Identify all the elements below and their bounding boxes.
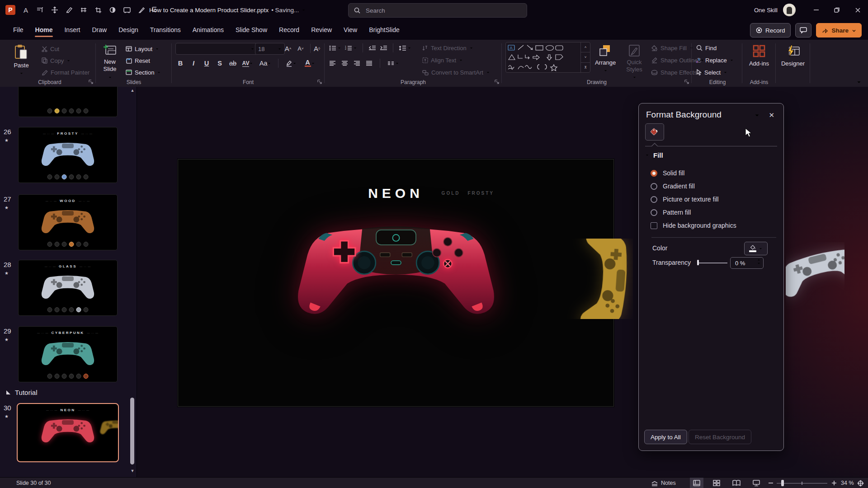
zoom-slider[interactable] <box>777 478 827 488</box>
tab-review[interactable]: Review <box>305 20 338 40</box>
shapes-scroll-down-icon[interactable]: ˅ <box>581 52 590 62</box>
new-slide-button[interactable]: New Slide <box>97 41 123 80</box>
addins-button[interactable]: Add-ins <box>745 41 773 80</box>
transparency-value-box[interactable]: 0 % <box>730 257 764 269</box>
tab-transitions[interactable]: Transitions <box>144 20 187 40</box>
reset-button[interactable]: Reset <box>126 55 150 66</box>
notes-toggle[interactable]: Notes <box>651 478 676 488</box>
font-color-button[interactable]: A <box>302 58 317 69</box>
tab-slide-show[interactable]: Slide Show <box>230 20 273 40</box>
align-left-button[interactable] <box>329 61 336 66</box>
scroll-up-icon[interactable]: ▲ <box>130 88 135 93</box>
crop-icon[interactable] <box>94 6 102 14</box>
collapse-ribbon-button[interactable] <box>856 80 862 85</box>
replace-button[interactable]: bc Replace <box>696 55 734 66</box>
normal-view-button[interactable] <box>690 478 703 488</box>
panel-close-icon[interactable]: ✕ <box>769 111 774 119</box>
panel-collapse-icon[interactable] <box>754 113 760 118</box>
minimize-button[interactable] <box>806 0 826 20</box>
paragraph-dialog-launcher[interactable] <box>494 79 500 84</box>
record-button[interactable]: Record <box>750 23 791 38</box>
align-center-button[interactable] <box>341 61 348 66</box>
font-name-combo[interactable] <box>175 43 258 55</box>
shapes-gallery[interactable]: A ˄ ˅ ⊼ <box>505 42 590 73</box>
powerpoint-app-icon[interactable]: P <box>5 5 15 15</box>
spin-up-icon[interactable] <box>757 258 761 262</box>
slide-thumbnail-27[interactable]: 27 ★ WOOD <box>18 194 117 250</box>
shapes-more-icon[interactable]: ⊼ <box>581 63 590 72</box>
numbering-button[interactable]: 12 <box>345 45 357 51</box>
font-size-combo[interactable]: 18 <box>255 43 285 55</box>
apply-to-all-button[interactable]: Apply to All <box>644 430 687 444</box>
radio-gradient-fill[interactable]: Gradient fill <box>651 183 695 190</box>
close-button[interactable] <box>847 0 868 20</box>
slide-sorter-view-button[interactable] <box>710 478 723 488</box>
radio-solid-fill[interactable]: Solid fill <box>651 169 684 177</box>
font-style-icon[interactable]: A <box>22 6 30 14</box>
screenshot-icon[interactable] <box>123 6 131 14</box>
move-object-icon[interactable] <box>51 6 59 14</box>
scrollbar-thumb[interactable] <box>130 398 134 465</box>
zoom-out-button[interactable] <box>769 478 773 488</box>
format-painter-icon[interactable] <box>65 6 73 14</box>
paste-button[interactable]: Paste <box>7 41 35 80</box>
pen-icon[interactable] <box>137 6 146 14</box>
shapes-scroll-up-icon[interactable]: ˄ <box>581 42 590 52</box>
decrease-indent-button[interactable] <box>368 45 376 51</box>
fill-tab-button[interactable] <box>645 123 664 141</box>
tab-view[interactable]: View <box>338 20 363 40</box>
strikethrough-button[interactable]: ab <box>228 58 238 69</box>
arrange-button[interactable]: Arrange <box>591 41 619 80</box>
slide-thumbnail-30-selected[interactable]: 30 ★ NEON <box>18 403 117 462</box>
text-shadow-button[interactable]: S <box>215 58 225 69</box>
section-button[interactable]: Section <box>126 67 161 78</box>
find-button[interactable]: Find <box>696 42 717 53</box>
color-picker-button[interactable] <box>744 242 768 255</box>
select-button[interactable]: Select <box>696 67 727 78</box>
layout-button[interactable]: Layout <box>126 43 159 54</box>
slide-thumbnail-26[interactable]: 26 ★ FROSTY <box>18 127 117 183</box>
slideshow-view-button[interactable] <box>750 478 763 488</box>
shape-fill-circle-icon[interactable] <box>108 6 117 14</box>
reading-view-button[interactable] <box>730 478 743 488</box>
fit-to-window-button[interactable] <box>857 478 864 488</box>
tab-draw[interactable]: Draw <box>86 20 113 40</box>
account-avatar[interactable] <box>783 4 796 16</box>
tab-file[interactable]: File <box>7 20 29 40</box>
align-right-button[interactable] <box>354 61 360 66</box>
checkbox-hide-background[interactable]: Hide background graphics <box>651 222 736 229</box>
slide-counter[interactable]: Slide 30 of 30 <box>16 478 51 488</box>
paragraph-marks-icon[interactable] <box>36 6 44 14</box>
share-button[interactable]: Share <box>816 23 862 38</box>
bullets-button[interactable] <box>329 45 341 51</box>
tab-brightslide[interactable]: BrightSlide <box>363 20 406 40</box>
designer-button[interactable]: Designer <box>779 41 807 80</box>
account-name[interactable]: One Skill <box>754 7 778 14</box>
increase-font-size-button[interactable]: A˄ <box>283 43 293 54</box>
zoom-percentage[interactable]: 34 % <box>841 478 854 488</box>
slide-canvas[interactable]: NEON GOLD FROSTY <box>178 159 614 407</box>
decrease-font-size-button[interactable]: A˅ <box>296 43 306 54</box>
scroll-down-icon[interactable]: ▼ <box>130 468 135 474</box>
search-box[interactable] <box>348 3 527 18</box>
shapes-gallery-scroll[interactable]: ˄ ˅ ⊼ <box>580 42 590 72</box>
highlight-color-button[interactable] <box>283 58 299 69</box>
radio-picture-fill[interactable]: Picture or texture fill <box>651 196 719 203</box>
slide-thumbnail-panel[interactable]: 26 ★ FROSTY 27 ★ WOOD 28 ★ GLASS <box>0 87 137 477</box>
fill-section-header[interactable]: Fill <box>645 151 663 159</box>
italic-button[interactable]: I <box>189 58 198 69</box>
tab-design[interactable]: Design <box>113 20 144 40</box>
drawing-dialog-launcher[interactable] <box>684 79 689 84</box>
bold-button[interactable]: B <box>175 58 185 69</box>
neon-controller-image[interactable] <box>297 210 495 321</box>
clear-formatting-button[interactable]: A◊ <box>312 43 322 54</box>
tab-home[interactable]: Home <box>29 20 59 40</box>
transparency-slider-track[interactable] <box>698 263 727 263</box>
search-input[interactable] <box>365 7 493 14</box>
document-title[interactable]: How to Create a Modern Product Slider.pp… <box>149 0 306 20</box>
slide-thumbnail-25[interactable] <box>18 87 117 117</box>
change-case-button[interactable]: Aa <box>258 58 273 69</box>
slide-thumbnail-29[interactable]: 29 ★ CYBERPUNK <box>18 326 117 382</box>
line-spacing-button[interactable] <box>399 45 411 51</box>
clipboard-dialog-launcher[interactable] <box>88 79 94 84</box>
